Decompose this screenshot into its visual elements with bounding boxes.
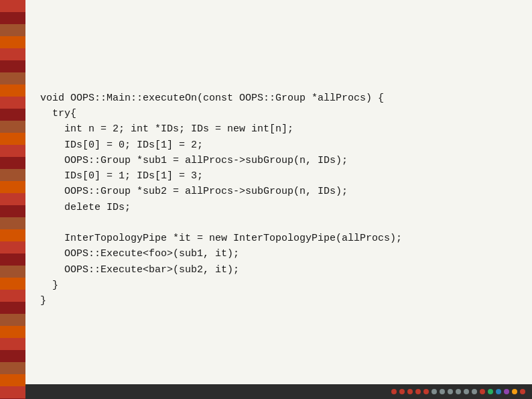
- code-line-11: OOPS::Execute<foo>(sub1, it);: [40, 248, 239, 260]
- dot-3: [407, 389, 413, 394]
- code-line-4: IDs[0] = 0; IDs[1] = 2;: [40, 139, 203, 151]
- dot-16: [512, 389, 517, 394]
- code-line-12: OOPS::Execute<bar>(sub2, it);: [40, 264, 239, 276]
- dot-5: [423, 389, 429, 394]
- dot-15: [504, 389, 509, 394]
- dot-12: [480, 389, 485, 394]
- left-border-decoration: [0, 0, 25, 399]
- code-line-10: InterTopologyPipe *it = new InterTopolog…: [40, 233, 402, 244]
- dot-4: [415, 389, 421, 394]
- slide: void OOPS::Main::executeOn(const OOPS::G…: [0, 0, 532, 399]
- code-line-5: OOPS::Group *sub1 = allProcs->subGroup(n…: [40, 155, 348, 166]
- dot-9: [456, 389, 461, 394]
- dot-7: [440, 389, 445, 394]
- code-line-6: IDs[0] = 1; IDs[1] = 3;: [40, 170, 203, 182]
- code-line-1: void OOPS::Main::executeOn(const OOPS::G…: [40, 93, 384, 104]
- dot-1: [391, 389, 397, 394]
- dot-10: [464, 389, 469, 394]
- code-line-7: OOPS::Group *sub2 = allProcs->subGroup(n…: [40, 186, 348, 197]
- dot-6: [431, 389, 437, 394]
- dot-14: [496, 389, 501, 394]
- code-content: void OOPS::Main::executeOn(const OOPS::G…: [40, 91, 498, 309]
- dot-17: [520, 389, 525, 394]
- bottom-bar: [25, 384, 532, 399]
- code-line-13: }: [40, 280, 58, 291]
- code-line-2: try{: [40, 108, 76, 119]
- code-line-14: }: [40, 295, 46, 306]
- dot-11: [472, 389, 477, 394]
- dot-2: [399, 389, 405, 394]
- code-line-3: int n = 2; int *IDs; IDs = new int[n];: [40, 123, 293, 135]
- dot-13: [488, 389, 493, 394]
- dot-8: [448, 389, 453, 394]
- code-line-8: delete IDs;: [40, 202, 131, 213]
